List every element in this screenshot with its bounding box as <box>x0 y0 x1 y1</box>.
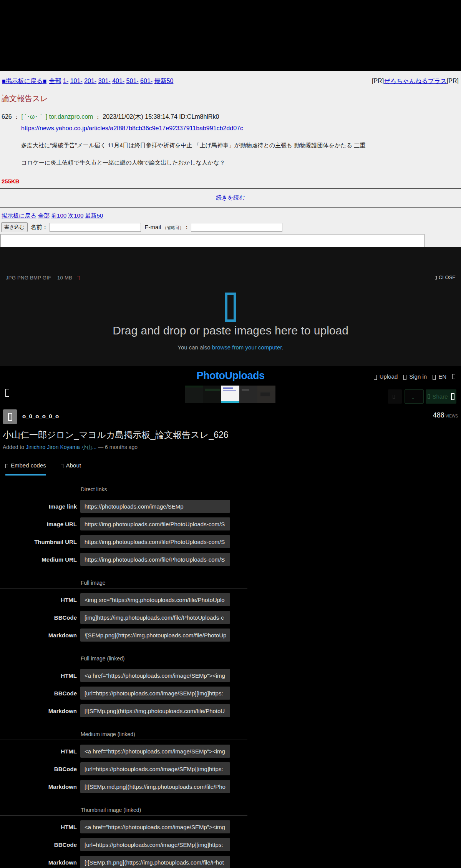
meta-suffix: — 6 months ago <box>96 444 138 450</box>
embed-row: Medium URL <box>0 553 247 566</box>
post-header: 626 ： [ ´･ω･｀ ] tor.danzpro.com ： 2023/1… <box>2 113 461 121</box>
email-input[interactable] <box>191 223 282 232</box>
back-to-board-link[interactable]: ■掲示板に戻る■ <box>2 78 46 84</box>
image-title: 小山仁一郎ジロン_マヨルカ島掲示板_論文報告スレ_626 <box>3 429 229 441</box>
upload-icon <box>374 375 377 380</box>
bottom-latest50-link[interactable]: 最新50 <box>85 212 103 219</box>
embed-row: Markdown <box>0 629 247 642</box>
board-bottom-nav: 掲示板に戻る 全部 前100 次100 最新50 <box>2 212 461 219</box>
close-button[interactable]: CLOSE <box>435 274 456 280</box>
section-title: Full image <box>81 580 247 588</box>
signin-menu-item[interactable]: Sign in <box>403 373 427 380</box>
thumbnail[interactable] <box>257 386 275 403</box>
nav-link-1[interactable]: 1- <box>63 78 68 84</box>
medium-html-input[interactable] <box>80 745 230 758</box>
read-more-link[interactable]: 続きを読む <box>216 194 245 201</box>
embed-label: BBCode <box>0 614 77 621</box>
bottom-all-link[interactable]: 全部 <box>38 212 50 219</box>
linked-html-input[interactable] <box>80 669 230 682</box>
linked-bbcode-input[interactable] <box>80 687 230 700</box>
avatar-icon <box>8 413 12 421</box>
thumb-html-input[interactable] <box>80 820 230 833</box>
nav-link-101[interactable]: 101- <box>70 78 83 84</box>
browse-prefix: You can also <box>177 344 212 351</box>
embed-row: HTML <box>0 820 247 833</box>
nav-link-latest50[interactable]: 最新50 <box>154 78 174 84</box>
bottom-prev100-link[interactable]: 前100 <box>51 212 66 219</box>
embed-row: Thumbnail URL <box>0 535 247 548</box>
search-icon[interactable] <box>452 374 455 379</box>
thumbnail-url-input[interactable] <box>80 535 230 548</box>
thumb-bbcode-input[interactable] <box>80 838 230 851</box>
embed-row: HTML <box>0 593 247 606</box>
post-body-line2: コロケーに炎上依頼で牛久市と一緒に謎の人物で論文出したおかしな人かな？ <box>21 159 461 166</box>
embed-label: Markdown <box>0 859 77 866</box>
bottom-back-link[interactable]: 掲示板に戻る <box>2 212 36 219</box>
bulletin-board-section: ■掲示板に戻る■ 全部 1- 101- 201- 301- 401- 501- … <box>0 71 461 247</box>
embed-row: BBCode <box>0 838 247 851</box>
embed-label: Markdown <box>0 783 77 790</box>
action-icon <box>412 395 414 399</box>
like-button[interactable] <box>388 389 402 404</box>
album-link[interactable]: Jinichiro Jiron Koyama 小山... <box>26 444 96 450</box>
image-meta: Added to Jinichiro Jiron Koyama 小山... — … <box>3 444 138 451</box>
pr-link[interactable]: ぜろちゃんねるプラス <box>384 78 447 84</box>
upload-menu-item[interactable]: Upload <box>374 373 398 380</box>
linked-markdown-input[interactable] <box>80 704 230 717</box>
medium-url-input[interactable] <box>80 553 230 566</box>
bottom-next100-link[interactable]: 次100 <box>68 212 83 219</box>
action-button[interactable] <box>405 389 424 404</box>
username[interactable]: o_0_o_o_0_o <box>22 413 59 419</box>
thread-size-label: 255KB <box>2 178 461 185</box>
section-title: Direct links <box>81 486 247 495</box>
name-input[interactable] <box>50 223 141 232</box>
divider <box>0 188 461 189</box>
embed-row: Markdown <box>0 856 247 868</box>
avatar[interactable] <box>3 409 17 424</box>
tab-embed-codes[interactable]: Embed codes <box>5 462 46 476</box>
section-title: Full image (linked) <box>81 655 247 664</box>
image-url-input[interactable] <box>80 517 230 530</box>
yahoo-article-link[interactable]: https://news.yahoo.co.jp/articles/a2f887… <box>21 125 243 131</box>
image-link-input[interactable] <box>80 500 230 513</box>
thumbnail-active[interactable] <box>221 386 239 403</box>
thumbnail-strip <box>185 386 275 403</box>
section-medium-image-linked: Medium image (linked) HTML BBCode Markdo… <box>0 731 247 793</box>
full-html-input[interactable] <box>80 593 230 606</box>
nav-link-301[interactable]: 301- <box>98 78 111 84</box>
share-button[interactable]: Share <box>426 389 456 404</box>
board-top-nav: ■掲示板に戻る■ 全部 1- 101- 201- 301- 401- 501- … <box>0 71 461 87</box>
share-label: Share <box>432 393 448 400</box>
thumbnail[interactable] <box>239 386 257 403</box>
share-glyph-icon <box>451 393 454 400</box>
thumb-markdown-input[interactable] <box>80 856 230 868</box>
embed-row: HTML <box>0 669 247 682</box>
nav-link-all[interactable]: 全部 <box>49 78 61 84</box>
browse-link[interactable]: browse from your computer <box>212 344 282 351</box>
tab-about[interactable]: About <box>61 462 81 476</box>
medium-bbcode-input[interactable] <box>80 762 230 775</box>
nav-link-501[interactable]: 501- <box>126 78 139 84</box>
upload-image-icon <box>225 293 236 322</box>
nav-link-601[interactable]: 601- <box>140 78 153 84</box>
scroll-left-icon[interactable] <box>5 389 9 397</box>
info-icon <box>61 464 63 468</box>
divider <box>0 664 247 664</box>
submit-post-button[interactable]: 書き込む <box>1 222 28 232</box>
medium-markdown-input[interactable] <box>80 780 230 793</box>
poster-name: [ ´･ω･｀ ] tor.danzpro.com <box>22 113 93 120</box>
embed-label: HTML <box>0 597 77 603</box>
thumbnail[interactable] <box>203 386 221 403</box>
thumbnail[interactable] <box>185 386 203 403</box>
divider <box>0 815 247 816</box>
views-count: 488 <box>433 411 444 419</box>
upload-info: JPG PNG BMP GIF 10 MB <box>6 275 80 281</box>
language-menu-item[interactable]: EN <box>433 373 446 380</box>
nav-link-401[interactable]: 401- <box>112 78 124 84</box>
full-markdown-input[interactable] <box>80 629 230 642</box>
full-bbcode-input[interactable] <box>80 611 230 624</box>
section-full-image-linked: Full image (linked) HTML BBCode Markdown <box>0 655 247 717</box>
nav-link-201[interactable]: 201- <box>84 78 96 84</box>
top-black-band <box>0 0 461 71</box>
share-icon <box>428 394 430 399</box>
